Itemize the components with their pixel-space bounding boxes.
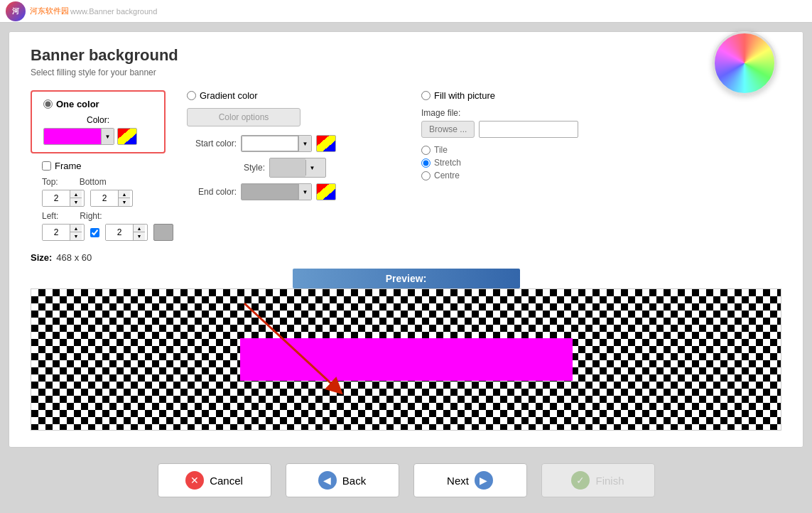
- cancel-icon: ✕: [185, 471, 204, 490]
- frame-top-input[interactable]: [43, 190, 70, 206]
- watermark-site: 河东软件园: [30, 6, 69, 16]
- frame-right-down[interactable]: ▼: [134, 232, 145, 240]
- magenta-banner: [240, 338, 573, 381]
- frame-top-label: Top:: [42, 177, 58, 187]
- frame-bottom-spinner[interactable]: ▲ ▼: [90, 190, 133, 207]
- frame-top-down[interactable]: ▼: [70, 198, 82, 206]
- finish-icon: ✓: [571, 471, 590, 490]
- watermark-bar: 河 河东软件园 www.Banner background: [0, 0, 812, 23]
- start-dropdown-arrow[interactable]: ▼: [298, 136, 311, 151]
- image-file-input[interactable]: [479, 121, 578, 138]
- frame-color-swatch[interactable]: [153, 224, 173, 241]
- browse-row: Browse ...: [421, 121, 578, 138]
- gradient-end-row: End color: ▼: [187, 183, 400, 200]
- gradient-radio-row[interactable]: Gradient color: [187, 90, 400, 101]
- checker-background: [31, 289, 781, 430]
- color-dropdown[interactable]: ▼: [43, 128, 114, 145]
- frame-left-down[interactable]: ▼: [70, 232, 82, 240]
- fill-options: Tile Stretch Centre: [421, 145, 578, 180]
- frame-right-up[interactable]: ▲: [134, 225, 145, 232]
- style-label: Style:: [244, 163, 265, 173]
- frame-left-spinner[interactable]: ▲ ▼: [42, 224, 85, 241]
- cancel-label: Cancel: [210, 475, 243, 487]
- start-color-grid-btn[interactable]: [316, 135, 336, 152]
- back-icon: ◀: [318, 471, 337, 490]
- next-label: Next: [447, 475, 469, 487]
- frame-section: Frame Top: Bottom: [42, 161, 187, 241]
- one-color-radio-label[interactable]: One color: [43, 99, 153, 109]
- finish-label: Finish: [595, 475, 624, 487]
- back-label: Back: [342, 475, 366, 487]
- start-color-label: Start color:: [187, 139, 237, 148]
- browse-button[interactable]: Browse ...: [421, 121, 475, 138]
- next-button[interactable]: Next ▶: [413, 463, 527, 497]
- fill-section: Fill with picture Image file: Browse ...…: [421, 90, 578, 180]
- end-color-grid-btn[interactable]: [316, 183, 336, 200]
- back-button[interactable]: ◀ Back: [286, 463, 399, 497]
- style-dropdown-arrow[interactable]: ▼: [305, 160, 318, 176]
- frame-right-label: Right:: [80, 211, 102, 221]
- color-label: Color:: [43, 115, 153, 125]
- stretch-option[interactable]: Stretch: [421, 158, 578, 168]
- next-icon: ▶: [475, 471, 493, 490]
- page-title: Banner background: [31, 46, 781, 65]
- one-color-radio[interactable]: [43, 99, 53, 109]
- tile-label: Tile: [434, 145, 448, 155]
- gradient-label: Gradient color: [200, 90, 258, 101]
- finish-button[interactable]: ✓ Finish: [541, 463, 655, 497]
- start-color-swatch: [242, 136, 298, 151]
- end-color-swatch: [242, 184, 298, 200]
- stretch-radio[interactable]: [421, 158, 431, 168]
- centre-radio[interactable]: [421, 171, 431, 180]
- image-file-label: Image file:: [421, 108, 578, 118]
- end-dropdown-arrow[interactable]: ▼: [298, 184, 311, 200]
- frame-right-input[interactable]: [106, 225, 133, 240]
- frame-left-up[interactable]: ▲: [70, 225, 82, 232]
- end-color-dropdown[interactable]: ▼: [241, 183, 312, 200]
- frame-bottom-label: Bottom: [80, 177, 107, 187]
- cancel-button[interactable]: ✕ Cancel: [158, 463, 271, 497]
- page-subtitle: Select filling style for your banner: [31, 68, 781, 77]
- content-panel: Banner background Select filling style f…: [9, 31, 803, 448]
- gradient-start-row: Start color: ▼: [187, 135, 400, 152]
- centre-label: Centre: [434, 171, 460, 180]
- gradient-section: Gradient color Color options Start color…: [187, 90, 400, 206]
- centre-option[interactable]: Centre: [421, 171, 578, 180]
- preview-container: Preview:: [31, 269, 781, 431]
- frame-top-up[interactable]: ▲: [70, 190, 82, 198]
- color-row: ▼: [43, 128, 153, 145]
- frame-left-input[interactable]: [43, 225, 70, 240]
- frame-right-spinner[interactable]: ▲ ▼: [105, 224, 148, 241]
- frame-left-label: Left:: [42, 211, 58, 221]
- stretch-label: Stretch: [434, 158, 461, 168]
- bottom-bar: ✕ Cancel ◀ Back Next ▶ ✓ Finish: [9, 456, 803, 504]
- style-dropdown[interactable]: ▼: [269, 158, 326, 178]
- fill-picture-radio[interactable]: [421, 91, 431, 100]
- fill-radio-row[interactable]: Fill with picture: [421, 90, 578, 101]
- start-color-dropdown[interactable]: ▼: [241, 135, 312, 152]
- gradient-radio[interactable]: [187, 91, 196, 100]
- size-row: Size: 468 x 60: [31, 252, 781, 263]
- frame-bottom-input[interactable]: [91, 190, 118, 206]
- fill-picture-label: Fill with picture: [434, 90, 495, 101]
- color-grid-button[interactable]: [117, 128, 137, 145]
- preview-header: Preview:: [293, 269, 520, 288]
- frame-top-spinner[interactable]: ▲ ▼: [42, 190, 85, 207]
- color-dropdown-arrow[interactable]: ▼: [101, 129, 114, 144]
- main-wrapper: Banner background Select filling style f…: [0, 23, 812, 513]
- size-value: 468 x 60: [56, 252, 92, 263]
- watermark-url: www.Banner background: [70, 7, 157, 16]
- color-options-button[interactable]: Color options: [187, 108, 301, 126]
- preview-canvas: [31, 288, 781, 431]
- end-color-label: End color:: [187, 187, 237, 197]
- watermark-logo: 河: [6, 1, 26, 21]
- frame-bottom-down[interactable]: ▼: [119, 198, 130, 206]
- frame-lock-checkbox[interactable]: [90, 228, 99, 237]
- color-swatch-magenta: [44, 129, 101, 144]
- tile-radio[interactable]: [421, 146, 431, 155]
- frame-checkbox[interactable]: [42, 161, 51, 171]
- one-color-label: One color: [56, 99, 99, 109]
- options-row: One color Color: ▼ Frame: [31, 90, 781, 241]
- frame-bottom-up[interactable]: ▲: [119, 190, 130, 198]
- tile-option[interactable]: Tile: [421, 145, 578, 155]
